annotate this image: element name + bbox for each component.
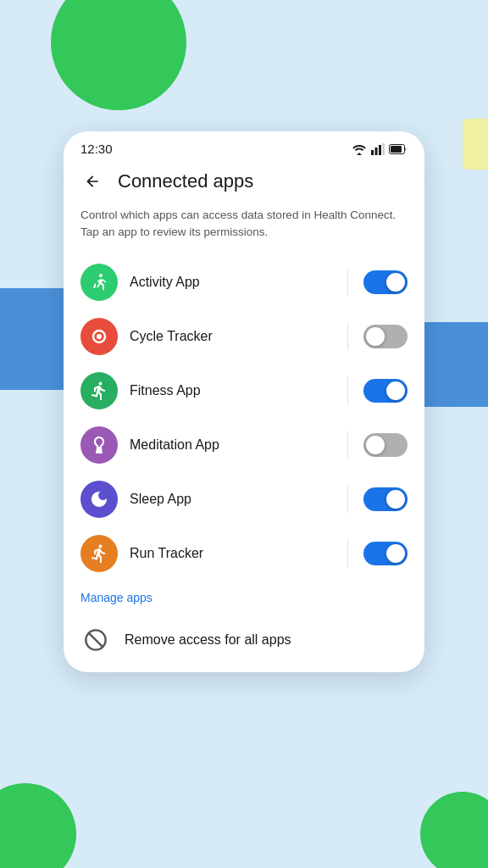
toggle-knob bbox=[386, 544, 405, 563]
run-icon bbox=[89, 543, 109, 564]
fitness-app-name: Fitness App bbox=[130, 383, 336, 398]
remove-access-text: Remove access for all apps bbox=[125, 632, 291, 648]
page-header: Connected apps bbox=[64, 163, 424, 207]
meditation-app-icon bbox=[80, 426, 118, 464]
bg-decoration-rect-yellow bbox=[463, 119, 488, 170]
activity-app-name: Activity App bbox=[130, 275, 336, 290]
bg-decoration-circle-bottom-left bbox=[0, 783, 76, 868]
back-button[interactable] bbox=[77, 166, 108, 197]
svg-rect-5 bbox=[391, 146, 402, 153]
svg-rect-1 bbox=[375, 147, 378, 155]
svg-rect-2 bbox=[379, 145, 381, 155]
app-list: Activity App Cycle Tracker bbox=[64, 255, 424, 581]
block-icon bbox=[84, 628, 108, 652]
divider bbox=[347, 377, 348, 404]
cycle-icon bbox=[89, 326, 109, 347]
cycle-app-toggle[interactable] bbox=[363, 325, 408, 348]
remove-access-row[interactable]: Remove access for all apps bbox=[64, 615, 424, 672]
phone-card: 12:30 bbox=[64, 131, 424, 672]
fitness-app-toggle[interactable] bbox=[363, 379, 408, 403]
status-icons bbox=[352, 143, 408, 155]
divider bbox=[347, 486, 348, 513]
svg-point-8 bbox=[97, 334, 102, 339]
app-item-meditation[interactable]: Meditation App bbox=[64, 418, 424, 472]
toggle-knob bbox=[386, 381, 405, 400]
battery-icon bbox=[389, 144, 408, 154]
sleep-app-name: Sleep App bbox=[130, 492, 336, 507]
sleep-app-icon bbox=[80, 481, 118, 518]
run-app-name: Run Tracker bbox=[130, 546, 336, 561]
divider bbox=[347, 540, 348, 567]
meditation-app-toggle[interactable] bbox=[363, 433, 408, 457]
app-item-fitness[interactable]: Fitness App bbox=[64, 364, 424, 418]
meditation-app-name: Meditation App bbox=[130, 437, 336, 453]
toggle-knob bbox=[366, 436, 385, 454]
status-bar: 12:30 bbox=[64, 131, 424, 163]
wifi-icon bbox=[352, 143, 367, 155]
run-app-toggle[interactable] bbox=[363, 542, 408, 565]
divider bbox=[347, 323, 348, 350]
sleep-icon bbox=[89, 489, 109, 509]
toggle-knob bbox=[366, 327, 385, 346]
app-item-cycle[interactable]: Cycle Tracker bbox=[64, 309, 424, 364]
remove-icon bbox=[80, 625, 111, 655]
fitness-app-icon bbox=[80, 372, 118, 409]
bg-decoration-circle-bottom-right bbox=[420, 792, 488, 868]
svg-rect-0 bbox=[371, 150, 374, 155]
meditation-icon bbox=[89, 435, 109, 455]
page-description: Control which apps can access data store… bbox=[64, 207, 424, 255]
fitness-icon bbox=[89, 381, 109, 401]
signal-icon bbox=[371, 143, 385, 155]
svg-point-6 bbox=[99, 274, 103, 277]
cycle-app-name: Cycle Tracker bbox=[130, 329, 336, 344]
toggle-knob bbox=[386, 273, 405, 292]
sleep-app-toggle[interactable] bbox=[363, 487, 408, 511]
status-time: 12:30 bbox=[80, 142, 113, 156]
activity-app-toggle[interactable] bbox=[363, 270, 408, 294]
svg-rect-3 bbox=[383, 143, 385, 155]
page-title: Connected apps bbox=[118, 170, 253, 192]
app-item-run[interactable]: Run Tracker bbox=[64, 526, 424, 581]
toggle-knob bbox=[386, 490, 405, 509]
activity-app-icon bbox=[80, 264, 118, 301]
bg-decoration-circle-top bbox=[51, 0, 186, 110]
back-arrow-icon bbox=[84, 173, 101, 190]
manage-apps-link[interactable]: Manage apps bbox=[64, 581, 424, 615]
run-app-icon bbox=[80, 535, 118, 572]
cycle-app-icon bbox=[80, 318, 118, 355]
running-icon bbox=[89, 272, 109, 292]
app-item-sleep[interactable]: Sleep App bbox=[64, 472, 424, 526]
divider bbox=[347, 269, 348, 296]
app-item-activity[interactable]: Activity App bbox=[64, 255, 424, 309]
divider bbox=[347, 431, 348, 459]
svg-line-10 bbox=[89, 632, 103, 646]
